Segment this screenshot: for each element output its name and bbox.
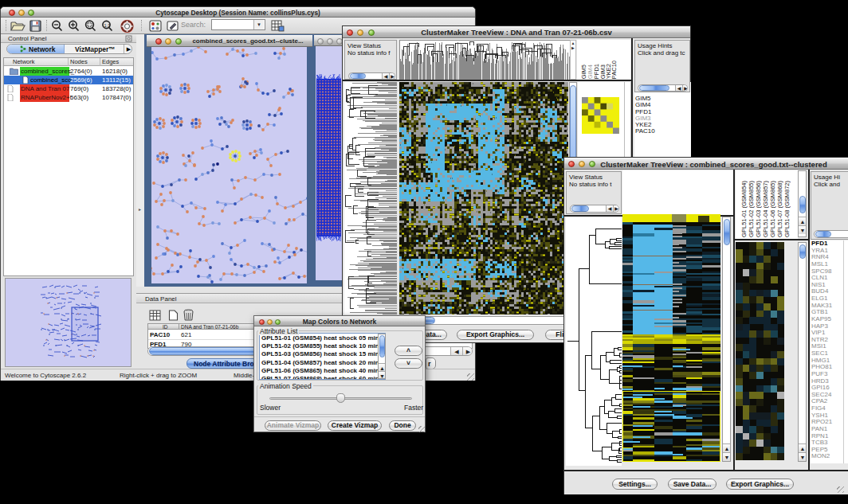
svg-text:1:1: 1:1 bbox=[104, 23, 111, 28]
